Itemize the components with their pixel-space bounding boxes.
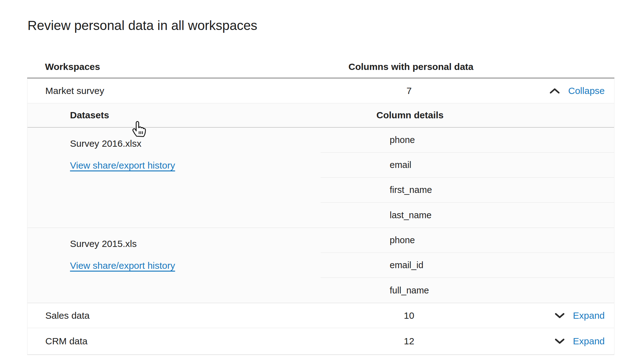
column-name: phone: [390, 135, 415, 145]
chevron-down-icon: [555, 313, 565, 318]
chevron-down-icon: [555, 338, 565, 344]
column-name: phone: [390, 235, 415, 245]
chevron-up-icon: [549, 88, 560, 94]
expanded-header-row: Datasets Column details: [28, 103, 614, 128]
dataset-group-survey-2015: Survey 2015.xls View share/export histor…: [28, 228, 614, 303]
col-header-workspaces: Workspaces: [45, 61, 100, 72]
column-detail-row: last_name: [321, 203, 614, 228]
review-personal-data-page: Review personal data in all workspaces W…: [0, 18, 625, 355]
expand-button[interactable]: Expand: [555, 310, 605, 321]
column-detail-row: email: [321, 153, 614, 178]
dataset-name: Survey 2016.xlsx: [70, 138, 175, 149]
expand-button[interactable]: Expand: [555, 336, 605, 347]
personal-data-count: 7: [407, 86, 412, 96]
column-detail-row: first_name: [321, 178, 614, 203]
workspace-row-crm-data: CRM data 12 Expand: [28, 328, 614, 354]
dataset-info: Survey 2016.xlsx View share/export histo…: [70, 138, 175, 171]
view-share-export-history-link[interactable]: View share/export history: [70, 260, 175, 271]
view-share-export-history-link[interactable]: View share/export history: [70, 160, 175, 171]
collapse-button[interactable]: Collapse: [549, 86, 605, 96]
dataset-group-survey-2016: Survey 2016.xlsx View share/export histo…: [28, 128, 614, 228]
column-details-list: phone email_id full_name: [321, 228, 614, 303]
dataset-info: Survey 2015.xls View share/export histor…: [70, 239, 175, 271]
column-name: email_id: [390, 260, 423, 270]
column-detail-row: full_name: [321, 278, 614, 303]
personal-data-count: 12: [404, 336, 414, 347]
column-name: full_name: [390, 285, 429, 296]
column-name: last_name: [390, 210, 432, 220]
workspace-name: Sales data: [45, 310, 90, 321]
toggle-label: Expand: [573, 336, 605, 347]
column-detail-row: phone: [321, 228, 614, 253]
dataset-name: Survey 2015.xls: [70, 239, 175, 249]
col-header-datasets: Datasets: [70, 110, 109, 121]
toggle-label: Collapse: [568, 86, 605, 96]
workspaces-table: Workspaces Columns with personal data Ma…: [27, 48, 614, 355]
column-name: first_name: [390, 185, 432, 195]
workspace-name: Market survey: [45, 86, 104, 96]
table-header-row: Workspaces Columns with personal data: [27, 48, 614, 78]
personal-data-count: 10: [404, 310, 414, 321]
column-detail-row: phone: [321, 128, 614, 153]
column-detail-row: email_id: [321, 253, 614, 278]
col-header-column-details: Column details: [376, 110, 443, 121]
page-title: Review personal data in all workspaces: [28, 18, 625, 33]
expanded-section-market-survey: Datasets Column details Survey 2016.xlsx…: [28, 103, 614, 303]
column-details-list: phone email first_name last_name: [321, 128, 614, 228]
col-header-personal-data-columns: Columns with personal data: [348, 61, 473, 72]
table-body: Market survey 7 Collapse Datasets Column…: [27, 78, 614, 355]
workspace-row-sales-data: Sales data 10 Expand: [28, 303, 614, 328]
workspace-name: CRM data: [45, 336, 88, 347]
toggle-label: Expand: [573, 310, 605, 321]
workspace-row-market-survey: Market survey 7 Collapse: [28, 78, 614, 103]
column-name: email: [390, 160, 411, 170]
